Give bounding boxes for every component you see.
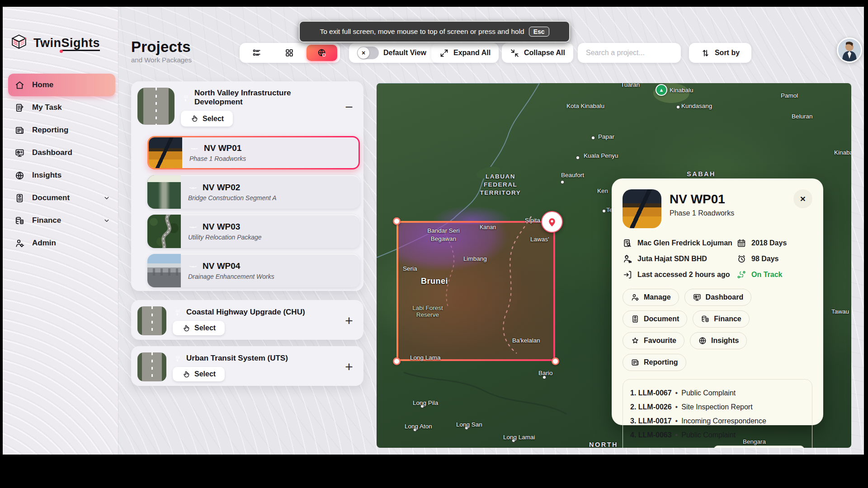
- toggle-knob-x-icon[interactable]: ×: [358, 47, 369, 59]
- location-pin-marker[interactable]: [541, 211, 563, 233]
- view-mode-group: [240, 43, 340, 63]
- bullet: •: [675, 428, 678, 442]
- popup-title: NV WP01: [670, 192, 734, 206]
- grid-view-button[interactable]: [274, 45, 305, 61]
- briefcase-icon: [188, 261, 198, 271]
- list-view-icon: [252, 48, 262, 58]
- clock-icon: [736, 254, 746, 264]
- cube-logo-icon: [9, 33, 29, 53]
- bullet: •: [675, 414, 678, 428]
- manage-button[interactable]: Manage: [623, 289, 679, 306]
- globe-icon: [14, 170, 25, 181]
- route-icon: [736, 270, 746, 280]
- map-label: Sipita: [525, 217, 540, 224]
- wp-thumbnail: [147, 254, 181, 287]
- sidebar-item-dashboard[interactable]: Dashboard: [3, 141, 118, 164]
- select-project-button[interactable]: Select: [181, 111, 233, 127]
- chevron-down-icon[interactable]: [103, 216, 111, 225]
- sidebar-item-document[interactable]: Document: [3, 187, 118, 209]
- building-icon: [173, 307, 182, 317]
- town-dot: [561, 181, 564, 183]
- document-icon: [631, 314, 640, 324]
- map-label-region: SABAH: [687, 170, 716, 178]
- map-label: Seria: [403, 265, 417, 272]
- map-canvas[interactable]: ▲ Tuaran Kinabalu Kota Kinabalu Kundasan…: [377, 83, 851, 448]
- project-group-urban-transit: Urban Transit System (UTS) Select +: [131, 346, 363, 386]
- collapse-group-button[interactable]: −: [341, 100, 357, 114]
- expand-group-button[interactable]: +: [341, 314, 357, 328]
- brand-logo[interactable]: TwinSights: [9, 33, 100, 53]
- monitor-chart-icon: [14, 148, 25, 158]
- default-view-toggle[interactable]: × Default View: [349, 43, 441, 63]
- selection-handle-bottom-left[interactable]: [393, 357, 401, 365]
- view-more-tasks-button[interactable]: View 2 More Tasks: [713, 446, 805, 448]
- expand-group-button[interactable]: +: [341, 360, 357, 374]
- document-button[interactable]: Document: [623, 310, 687, 328]
- brand-wordmark: TwinSights: [33, 36, 100, 50]
- map-label-country: Brunei: [421, 277, 448, 286]
- sidebar-item-my-task[interactable]: My Task: [3, 96, 118, 119]
- hand-pointer-icon: [182, 370, 190, 379]
- list-view-button[interactable]: [241, 45, 272, 61]
- task-icon: [14, 103, 25, 113]
- map-label: Bandar Seri Begawan: [424, 227, 463, 243]
- popup-actions: Manage Dashboard Document Finance Favour…: [623, 289, 812, 371]
- mountain-peak-marker[interactable]: ▲: [656, 84, 667, 96]
- map-label: Tawau: [831, 308, 849, 315]
- insights-button[interactable]: Insights: [690, 332, 747, 349]
- expand-icon: [439, 48, 449, 58]
- sidebar-item-insights[interactable]: Insights: [3, 164, 118, 187]
- expand-all-button[interactable]: Expand All: [431, 43, 499, 63]
- close-icon[interactable]: ×: [793, 189, 812, 208]
- selection-handle-bottom-right[interactable]: [552, 357, 559, 365]
- work-package-row-nv-wp02[interactable]: NV WP02 Bridge Construction Segment A: [147, 175, 360, 209]
- task-row[interactable]: 1. LLM-0067 • Public Complaint: [630, 386, 805, 400]
- map-view-button[interactable]: [307, 45, 337, 61]
- map-label: Tuaran: [621, 83, 640, 88]
- dashboard-button[interactable]: Dashboard: [684, 289, 752, 306]
- project-thumbnail: [137, 306, 166, 335]
- reporting-button[interactable]: Reporting: [623, 354, 686, 371]
- work-package-row-nv-wp01[interactable]: NV WP01 Phase 1 Roadworks: [147, 136, 360, 169]
- select-project-button[interactable]: Select: [173, 367, 225, 381]
- wp-thumbnail: [149, 136, 182, 169]
- sidebar-item-home[interactable]: Home: [8, 74, 115, 96]
- map-label: Kundasang: [681, 103, 712, 109]
- finance-button[interactable]: Finance: [693, 310, 749, 328]
- sidebar: TwinSights Home My Task Reporting Dashbo…: [3, 7, 118, 455]
- map-label: Labi Forest Reserve: [410, 305, 445, 318]
- task-row[interactable]: 4. LLM-0063 • Public Complaint: [630, 428, 805, 442]
- select-project-button[interactable]: Select: [173, 321, 225, 335]
- sort-by-button[interactable]: Sort by: [689, 43, 751, 63]
- project-search: [578, 43, 681, 63]
- user-avatar[interactable]: [837, 38, 862, 63]
- hand-pointer-icon: [182, 324, 190, 333]
- favourite-button[interactable]: Favourite: [623, 332, 684, 349]
- map-label-area: LABUAN FEDERAL TERRITORY: [478, 173, 523, 197]
- worker-icon: [623, 254, 632, 264]
- work-package-row-nv-wp03[interactable]: NV WP03 Utility Relocation Package: [147, 215, 360, 248]
- sidebar-item-admin[interactable]: Admin: [3, 232, 118, 254]
- toggle-track[interactable]: ×: [357, 47, 379, 59]
- building-icon: [173, 353, 182, 363]
- map-label: Papar: [598, 133, 614, 140]
- search-input[interactable]: [586, 49, 679, 57]
- project-header[interactable]: Urban Transit System (UTS) Select +: [137, 352, 357, 381]
- admin-icon: [14, 238, 25, 249]
- collapse-all-button[interactable]: Collapse All: [502, 43, 573, 63]
- work-package-row-nv-wp04[interactable]: NV WP04 Drainage Enhancement Works: [147, 254, 360, 287]
- popup-subtitle: Phase 1 Roadworks: [670, 209, 734, 217]
- project-header[interactable]: North Valley Infrastructure Development …: [137, 88, 357, 127]
- page-title: Projects: [131, 38, 192, 56]
- task-row[interactable]: 2. LLM-0026 • Site Inspection Report: [630, 400, 805, 414]
- chevron-down-icon[interactable]: [103, 194, 111, 202]
- task-row[interactable]: 3. LLM-0017 • Incoming Correspondence: [630, 414, 805, 428]
- map-label: Long Lamai: [503, 434, 535, 441]
- sidebar-item-reporting[interactable]: Reporting: [3, 119, 118, 141]
- selection-handle-top-left[interactable]: [393, 217, 401, 225]
- project-group-coastal-highway: Coastal Highway Upgrade (CHU) Select +: [131, 300, 363, 340]
- sidebar-item-finance[interactable]: Finance: [3, 209, 118, 232]
- project-header[interactable]: Coastal Highway Upgrade (CHU) Select +: [137, 306, 357, 335]
- project-name: North Valley Infrastructure Development: [194, 89, 335, 107]
- home-icon: [14, 80, 25, 90]
